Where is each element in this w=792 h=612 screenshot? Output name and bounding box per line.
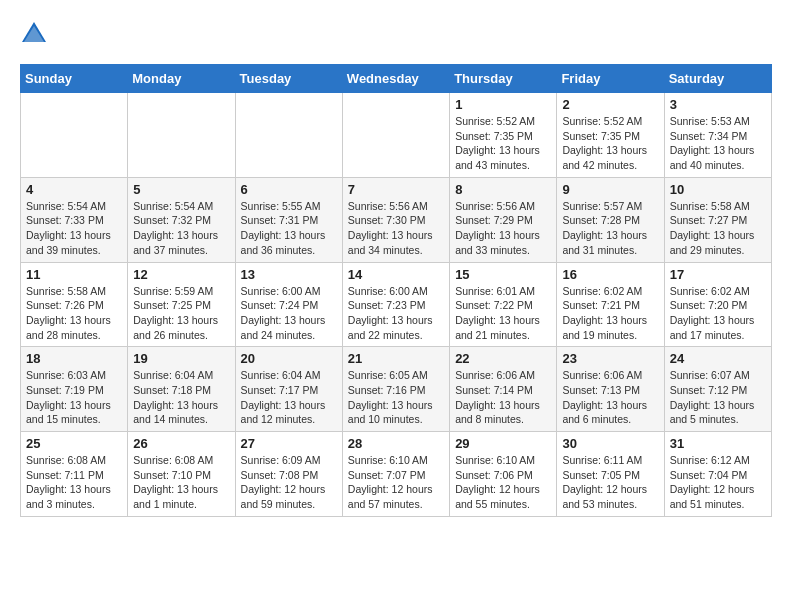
calendar-cell: 24Sunrise: 6:07 AM Sunset: 7:12 PM Dayli… (664, 347, 771, 432)
day-info: Sunrise: 6:00 AM Sunset: 7:23 PM Dayligh… (348, 284, 444, 343)
calendar-cell: 20Sunrise: 6:04 AM Sunset: 7:17 PM Dayli… (235, 347, 342, 432)
weekday-header-saturday: Saturday (664, 65, 771, 93)
day-info: Sunrise: 6:10 AM Sunset: 7:07 PM Dayligh… (348, 453, 444, 512)
day-number: 5 (133, 182, 229, 197)
day-info: Sunrise: 5:52 AM Sunset: 7:35 PM Dayligh… (455, 114, 551, 173)
calendar-week-row: 25Sunrise: 6:08 AM Sunset: 7:11 PM Dayli… (21, 432, 772, 517)
day-info: Sunrise: 5:52 AM Sunset: 7:35 PM Dayligh… (562, 114, 658, 173)
calendar-cell: 18Sunrise: 6:03 AM Sunset: 7:19 PM Dayli… (21, 347, 128, 432)
day-info: Sunrise: 6:12 AM Sunset: 7:04 PM Dayligh… (670, 453, 766, 512)
weekday-header-sunday: Sunday (21, 65, 128, 93)
day-info: Sunrise: 5:59 AM Sunset: 7:25 PM Dayligh… (133, 284, 229, 343)
calendar-cell: 19Sunrise: 6:04 AM Sunset: 7:18 PM Dayli… (128, 347, 235, 432)
day-info: Sunrise: 6:05 AM Sunset: 7:16 PM Dayligh… (348, 368, 444, 427)
calendar-cell: 13Sunrise: 6:00 AM Sunset: 7:24 PM Dayli… (235, 262, 342, 347)
day-info: Sunrise: 6:11 AM Sunset: 7:05 PM Dayligh… (562, 453, 658, 512)
calendar-cell: 8Sunrise: 5:56 AM Sunset: 7:29 PM Daylig… (450, 177, 557, 262)
weekday-header-monday: Monday (128, 65, 235, 93)
day-number: 18 (26, 351, 122, 366)
day-number: 14 (348, 267, 444, 282)
day-info: Sunrise: 6:01 AM Sunset: 7:22 PM Dayligh… (455, 284, 551, 343)
day-info: Sunrise: 6:04 AM Sunset: 7:17 PM Dayligh… (241, 368, 337, 427)
day-number: 3 (670, 97, 766, 112)
day-number: 4 (26, 182, 122, 197)
day-info: Sunrise: 6:02 AM Sunset: 7:21 PM Dayligh… (562, 284, 658, 343)
calendar-cell: 16Sunrise: 6:02 AM Sunset: 7:21 PM Dayli… (557, 262, 664, 347)
day-number: 26 (133, 436, 229, 451)
day-info: Sunrise: 6:07 AM Sunset: 7:12 PM Dayligh… (670, 368, 766, 427)
calendar-cell: 14Sunrise: 6:00 AM Sunset: 7:23 PM Dayli… (342, 262, 449, 347)
day-number: 30 (562, 436, 658, 451)
day-info: Sunrise: 5:54 AM Sunset: 7:32 PM Dayligh… (133, 199, 229, 258)
calendar-cell (235, 93, 342, 178)
day-info: Sunrise: 5:56 AM Sunset: 7:29 PM Dayligh… (455, 199, 551, 258)
calendar-cell: 6Sunrise: 5:55 AM Sunset: 7:31 PM Daylig… (235, 177, 342, 262)
calendar-header-row: SundayMondayTuesdayWednesdayThursdayFrid… (21, 65, 772, 93)
weekday-header-wednesday: Wednesday (342, 65, 449, 93)
page-header (20, 20, 772, 48)
day-info: Sunrise: 6:00 AM Sunset: 7:24 PM Dayligh… (241, 284, 337, 343)
calendar-week-row: 1Sunrise: 5:52 AM Sunset: 7:35 PM Daylig… (21, 93, 772, 178)
calendar-cell: 27Sunrise: 6:09 AM Sunset: 7:08 PM Dayli… (235, 432, 342, 517)
day-number: 31 (670, 436, 766, 451)
day-info: Sunrise: 6:06 AM Sunset: 7:14 PM Dayligh… (455, 368, 551, 427)
day-number: 15 (455, 267, 551, 282)
day-number: 22 (455, 351, 551, 366)
day-info: Sunrise: 6:04 AM Sunset: 7:18 PM Dayligh… (133, 368, 229, 427)
day-number: 28 (348, 436, 444, 451)
calendar-cell: 1Sunrise: 5:52 AM Sunset: 7:35 PM Daylig… (450, 93, 557, 178)
calendar-cell: 10Sunrise: 5:58 AM Sunset: 7:27 PM Dayli… (664, 177, 771, 262)
day-number: 9 (562, 182, 658, 197)
day-info: Sunrise: 6:08 AM Sunset: 7:11 PM Dayligh… (26, 453, 122, 512)
calendar-cell (128, 93, 235, 178)
calendar-cell: 11Sunrise: 5:58 AM Sunset: 7:26 PM Dayli… (21, 262, 128, 347)
day-number: 11 (26, 267, 122, 282)
day-info: Sunrise: 6:03 AM Sunset: 7:19 PM Dayligh… (26, 368, 122, 427)
calendar-table: SundayMondayTuesdayWednesdayThursdayFrid… (20, 64, 772, 517)
calendar-cell: 3Sunrise: 5:53 AM Sunset: 7:34 PM Daylig… (664, 93, 771, 178)
day-number: 6 (241, 182, 337, 197)
calendar-cell: 25Sunrise: 6:08 AM Sunset: 7:11 PM Dayli… (21, 432, 128, 517)
logo-icon (20, 20, 48, 48)
day-info: Sunrise: 5:54 AM Sunset: 7:33 PM Dayligh… (26, 199, 122, 258)
day-number: 12 (133, 267, 229, 282)
day-info: Sunrise: 5:58 AM Sunset: 7:27 PM Dayligh… (670, 199, 766, 258)
day-info: Sunrise: 5:55 AM Sunset: 7:31 PM Dayligh… (241, 199, 337, 258)
calendar-cell: 30Sunrise: 6:11 AM Sunset: 7:05 PM Dayli… (557, 432, 664, 517)
calendar-cell: 31Sunrise: 6:12 AM Sunset: 7:04 PM Dayli… (664, 432, 771, 517)
day-number: 17 (670, 267, 766, 282)
day-number: 20 (241, 351, 337, 366)
weekday-header-thursday: Thursday (450, 65, 557, 93)
day-info: Sunrise: 6:02 AM Sunset: 7:20 PM Dayligh… (670, 284, 766, 343)
calendar-cell: 28Sunrise: 6:10 AM Sunset: 7:07 PM Dayli… (342, 432, 449, 517)
day-number: 8 (455, 182, 551, 197)
day-number: 24 (670, 351, 766, 366)
day-info: Sunrise: 6:09 AM Sunset: 7:08 PM Dayligh… (241, 453, 337, 512)
calendar-cell: 29Sunrise: 6:10 AM Sunset: 7:06 PM Dayli… (450, 432, 557, 517)
day-number: 13 (241, 267, 337, 282)
calendar-cell (342, 93, 449, 178)
day-info: Sunrise: 6:06 AM Sunset: 7:13 PM Dayligh… (562, 368, 658, 427)
calendar-cell (21, 93, 128, 178)
calendar-cell: 17Sunrise: 6:02 AM Sunset: 7:20 PM Dayli… (664, 262, 771, 347)
day-number: 1 (455, 97, 551, 112)
logo (20, 20, 52, 48)
calendar-week-row: 11Sunrise: 5:58 AM Sunset: 7:26 PM Dayli… (21, 262, 772, 347)
weekday-header-tuesday: Tuesday (235, 65, 342, 93)
day-number: 23 (562, 351, 658, 366)
calendar-cell: 4Sunrise: 5:54 AM Sunset: 7:33 PM Daylig… (21, 177, 128, 262)
calendar-cell: 21Sunrise: 6:05 AM Sunset: 7:16 PM Dayli… (342, 347, 449, 432)
calendar-cell: 9Sunrise: 5:57 AM Sunset: 7:28 PM Daylig… (557, 177, 664, 262)
calendar-cell: 15Sunrise: 6:01 AM Sunset: 7:22 PM Dayli… (450, 262, 557, 347)
day-number: 29 (455, 436, 551, 451)
calendar-cell: 7Sunrise: 5:56 AM Sunset: 7:30 PM Daylig… (342, 177, 449, 262)
day-number: 10 (670, 182, 766, 197)
day-info: Sunrise: 5:57 AM Sunset: 7:28 PM Dayligh… (562, 199, 658, 258)
day-number: 2 (562, 97, 658, 112)
day-info: Sunrise: 5:58 AM Sunset: 7:26 PM Dayligh… (26, 284, 122, 343)
day-number: 27 (241, 436, 337, 451)
calendar-cell: 23Sunrise: 6:06 AM Sunset: 7:13 PM Dayli… (557, 347, 664, 432)
day-number: 16 (562, 267, 658, 282)
day-number: 19 (133, 351, 229, 366)
day-info: Sunrise: 5:56 AM Sunset: 7:30 PM Dayligh… (348, 199, 444, 258)
